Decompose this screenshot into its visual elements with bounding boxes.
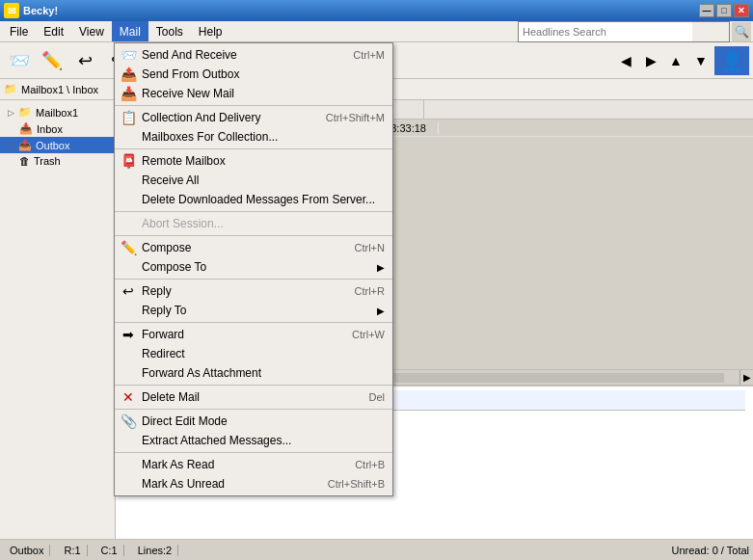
menu-section-5: ✏️ Compose Ctrl+N Compose To ▶ (115, 236, 392, 280)
menu-receive-all[interactable]: Receive All (115, 171, 392, 190)
menu-redirect[interactable]: Redirect (115, 344, 392, 363)
receive-new-icon: 📥 (119, 84, 138, 103)
delete-mail-icon: ✕ (119, 387, 138, 407)
menu-delete-mail[interactable]: ✕ Delete Mail Del (115, 387, 392, 407)
menu-reply[interactable]: ↩ Reply Ctrl+R (115, 281, 392, 301)
menu-delete-downloaded[interactable]: Delete Downloaded Messages From Server..… (115, 190, 392, 209)
reply-to-arrow: ▶ (377, 306, 385, 316)
menu-section-4: Abort Session... (115, 212, 392, 236)
send-receive-shortcut: Ctrl+M (353, 49, 385, 61)
menu-mark-unread[interactable]: Mark As Unread Ctrl+Shift+B (115, 474, 392, 493)
menu-reply-to[interactable]: Reply To ▶ (115, 301, 392, 320)
menu-section-10: Mark As Read Ctrl+B Mark As Unread Ctrl+… (115, 453, 392, 495)
menu-compose-to[interactable]: Compose To ▶ (115, 257, 392, 277)
dropdown-overlay: 📨 Send And Receive Ctrl+M 📤 Send From Ou… (0, 0, 753, 560)
reply-shortcut: Ctrl+R (355, 285, 385, 297)
send-outbox-icon: 📤 (119, 65, 138, 84)
menu-direct-edit[interactable]: 📎 Direct Edit Mode (115, 412, 392, 431)
delete-mail-shortcut: Del (368, 391, 385, 403)
mark-read-shortcut: Ctrl+B (355, 459, 385, 470)
menu-extract-attached[interactable]: Extract Attached Messages... (115, 431, 392, 450)
forward-icon: ➡ (119, 325, 138, 344)
collection-icon: 📋 (119, 108, 138, 127)
compose-icon: ✏️ (119, 238, 138, 257)
reply-icon: ↩ (119, 281, 138, 301)
menu-mailboxes-collection[interactable]: Mailboxes For Collection... (115, 127, 392, 147)
menu-section-9: 📎 Direct Edit Mode Extract Attached Mess… (115, 410, 392, 453)
forward-shortcut: Ctrl+W (352, 329, 385, 340)
compose-to-arrow: ▶ (377, 262, 385, 273)
collection-shortcut: Ctrl+Shift+M (326, 112, 385, 123)
direct-edit-icon: 📎 (119, 412, 138, 431)
menu-mark-read[interactable]: Mark As Read Ctrl+B (115, 455, 392, 474)
menu-compose[interactable]: ✏️ Compose Ctrl+N (115, 238, 392, 257)
menu-section-1: 📨 Send And Receive Ctrl+M 📤 Send From Ou… (115, 43, 392, 106)
menu-send-receive[interactable]: 📨 Send And Receive Ctrl+M (115, 45, 392, 65)
menu-collection-delivery[interactable]: 📋 Collection And Delivery Ctrl+Shift+M (115, 108, 392, 127)
menu-receive-new[interactable]: 📥 Receive New Mail (115, 84, 392, 103)
menu-forward-attachment[interactable]: Forward As Attachment (115, 363, 392, 383)
menu-section-8: ✕ Delete Mail Del (115, 386, 392, 410)
menu-send-outbox[interactable]: 📤 Send From Outbox (115, 65, 392, 84)
mail-dropdown-menu: 📨 Send And Receive Ctrl+M 📤 Send From Ou… (114, 42, 393, 496)
remote-mailbox-icon: 📮 (119, 151, 138, 171)
menu-remote-mailbox[interactable]: 📮 Remote Mailbox (115, 151, 392, 171)
menu-forward[interactable]: ➡ Forward Ctrl+W (115, 325, 392, 344)
compose-shortcut: Ctrl+N (355, 242, 385, 253)
menu-section-2: 📋 Collection And Delivery Ctrl+Shift+M M… (115, 106, 392, 149)
mark-unread-shortcut: Ctrl+Shift+B (328, 478, 385, 490)
menu-abort-session[interactable]: Abort Session... (115, 214, 392, 233)
menu-section-6: ↩ Reply Ctrl+R Reply To ▶ (115, 280, 392, 323)
menu-section-7: ➡ Forward Ctrl+W Redirect Forward As Att… (115, 323, 392, 386)
send-receive-icon: 📨 (119, 45, 138, 65)
menu-section-3: 📮 Remote Mailbox Receive All Delete Down… (115, 149, 392, 212)
